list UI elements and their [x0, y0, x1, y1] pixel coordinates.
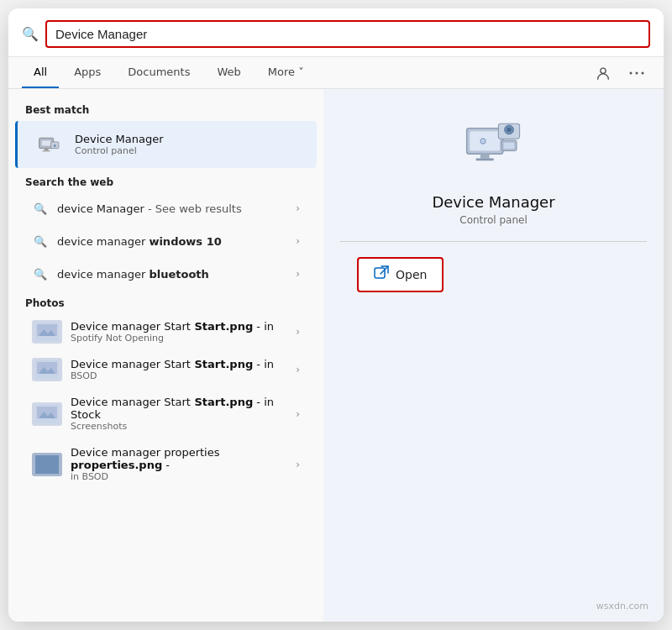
right-panel-subtitle: Control panel [459, 214, 527, 226]
watermark: wsxdn.com [596, 601, 648, 612]
svg-point-3 [642, 71, 644, 74]
photo-subtitle-2: Screenshots [71, 421, 287, 432]
web-search-chevron-2: › [296, 268, 300, 280]
web-search-item-0[interactable]: 🔍 device Manager - See web results › [15, 192, 317, 224]
tab-documents[interactable]: Documents [116, 57, 202, 88]
photo-thumb-1 [32, 358, 62, 381]
svg-rect-19 [35, 455, 59, 474]
photo-title-3: Device manager properties properties.png… [71, 446, 287, 471]
photo-title-0: Device manager Start Start.png - in [71, 320, 287, 333]
content-area: Best match Device Manager Control panel [8, 89, 664, 622]
svg-text:⚙: ⚙ [479, 136, 487, 147]
search-bar-row: 🔍 [8, 8, 664, 57]
web-search-icon-1: 🔍 [32, 233, 49, 249]
best-match-text: Device Manager Control panel [75, 133, 164, 156]
svg-rect-28 [503, 143, 514, 149]
right-panel: ⚙ Device Manager Control panel Open [323, 89, 664, 622]
photo-chevron-1: › [296, 364, 300, 375]
photo-thumb-0 [32, 320, 62, 344]
svg-rect-30 [375, 268, 385, 278]
best-match-item[interactable]: Device Manager Control panel [15, 121, 317, 168]
device-manager-icon-small [34, 129, 65, 160]
web-search-text-0: device Manager - See web results [57, 202, 296, 215]
open-button[interactable]: Open [357, 257, 444, 292]
web-search-item-2[interactable]: 🔍 device manager bluetooth › [15, 258, 317, 290]
svg-rect-23 [475, 159, 494, 161]
search-input[interactable] [45, 20, 650, 48]
photo-subtitle-3: in BSOD [71, 471, 287, 482]
svg-rect-5 [42, 140, 51, 145]
open-icon [374, 265, 389, 284]
right-panel-divider [340, 241, 647, 242]
photo-item-3[interactable]: Device manager properties properties.png… [15, 439, 317, 489]
web-search-text-1: device manager windows 10 [57, 235, 296, 248]
photo-subtitle-0: Spotify Not Opening [71, 333, 287, 344]
best-match-subtitle: Control panel [75, 145, 164, 156]
share-icon-btn[interactable] [590, 60, 617, 87]
tab-more[interactable]: More ˅ [256, 57, 316, 88]
web-search-icon-2: 🔍 [32, 265, 49, 282]
left-panel: Best match Device Manager Control panel [8, 89, 323, 622]
web-search-icon-0: 🔍 [32, 200, 49, 217]
photo-thumb-3 [32, 453, 62, 476]
svg-rect-6 [45, 149, 49, 150]
photo-chevron-2: › [296, 408, 300, 420]
tab-apps[interactable]: Apps [62, 57, 113, 88]
tabs-row: All Apps Documents Web More ˅ [8, 57, 664, 89]
right-panel-title: Device Manager [432, 193, 554, 211]
svg-rect-7 [42, 150, 50, 152]
photo-item-0[interactable]: Device manager Start Start.png - in Spot… [15, 313, 317, 350]
web-search-text-2: device manager bluetooth [57, 268, 296, 281]
svg-point-1 [630, 71, 633, 74]
web-search-chevron-0: › [296, 202, 300, 214]
search-window: 🔍 All Apps Documents Web More ˅ [8, 8, 664, 622]
svg-rect-22 [480, 154, 489, 158]
photo-text-wrap-0: Device manager Start Start.png - in Spot… [71, 320, 287, 344]
svg-point-9 [54, 144, 56, 147]
more-options-btn[interactable] [623, 60, 650, 87]
photo-thumb-2 [32, 402, 62, 426]
photos-label: Photos [8, 291, 323, 312]
photo-subtitle-1: BSOD [71, 370, 287, 381]
best-match-title: Device Manager [75, 133, 164, 145]
photo-chevron-0: › [296, 326, 300, 338]
photo-chevron-3: › [296, 459, 300, 470]
web-search-chevron-1: › [296, 235, 300, 247]
photo-text-wrap-2: Device manager Start Start.png - in Stoc… [71, 396, 287, 432]
svg-point-0 [601, 68, 606, 73]
photo-text-wrap-3: Device manager properties properties.png… [71, 446, 287, 482]
best-match-label: Best match [8, 97, 323, 119]
web-search-item-1[interactable]: 🔍 device manager windows 10 › [15, 225, 317, 257]
photo-item-1[interactable]: Device manager Start Start.png - in BSOD… [15, 351, 317, 388]
search-icon: 🔍 [22, 26, 39, 42]
photo-title-1: Device manager Start Start.png - in [71, 358, 287, 370]
tab-icons [590, 60, 650, 87]
search-web-label: Search the web [8, 170, 323, 192]
photo-title-2: Device manager Start Start.png - in Stoc… [71, 396, 287, 421]
tab-web[interactable]: Web [205, 57, 252, 88]
tab-all[interactable]: All [22, 57, 59, 88]
open-label: Open [396, 268, 427, 281]
svg-point-2 [636, 71, 638, 74]
photo-item-2[interactable]: Device manager Start Start.png - in Stoc… [15, 389, 317, 438]
svg-point-26 [507, 128, 511, 132]
device-manager-icon-large: ⚙ [460, 114, 528, 181]
photo-text-wrap-1: Device manager Start Start.png - in BSOD [71, 358, 287, 381]
